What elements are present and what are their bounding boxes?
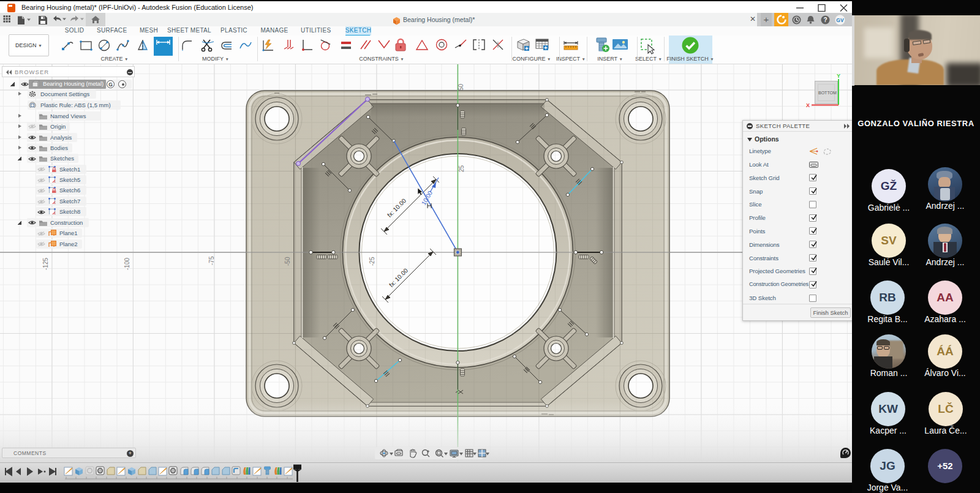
- svg-text:X: X: [806, 102, 810, 108]
- svg-text:?: ?: [823, 17, 827, 23]
- svg-text:-50: -50: [284, 257, 291, 266]
- svg-text:GV: GV: [836, 17, 844, 23]
- svg-text:25: 25: [458, 165, 465, 172]
- svg-text:-125: -125: [42, 258, 49, 270]
- svg-text:-25: -25: [369, 257, 375, 266]
- svg-text:-75: -75: [208, 256, 215, 265]
- svg-text:Y: Y: [837, 73, 840, 79]
- svg-text:50: 50: [458, 83, 464, 91]
- svg-text:-100: -100: [124, 258, 130, 270]
